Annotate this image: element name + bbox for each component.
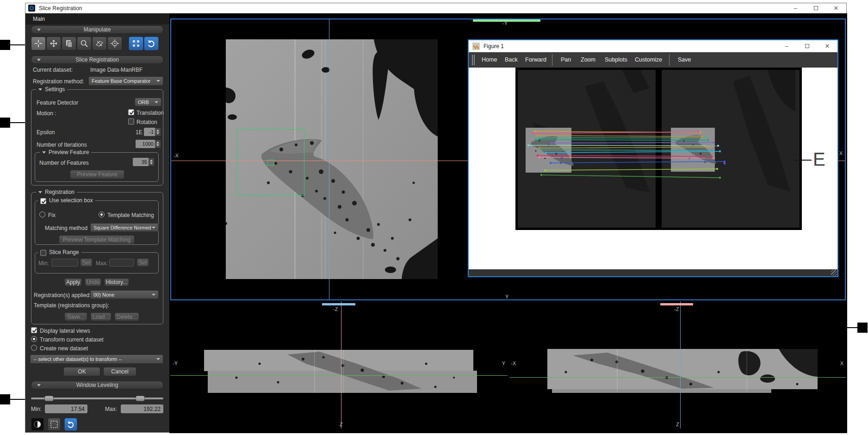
figure-canvas[interactable] [469, 68, 837, 264]
selection-box-center[interactable] [267, 160, 274, 166]
left-panel: Main Manipulate [25, 13, 169, 432]
callout-e-line [795, 160, 812, 161]
registrations-applied-select[interactable]: 00) None [90, 290, 159, 299]
spinner-arrows-icon[interactable] [155, 140, 161, 148]
iterations-spinner[interactable]: 1000 [136, 140, 161, 148]
feature-detector-select[interactable]: ORB [135, 98, 161, 106]
slice-registration-header[interactable]: Slice Registration [31, 56, 163, 64]
crosshair-tool-button[interactable] [31, 37, 46, 50]
num-features-spinner[interactable]: 35 [133, 158, 155, 166]
toolbar-drag-handle[interactable] [474, 55, 475, 65]
figure-titlebar[interactable]: Figure 1 – ✕ [469, 40, 837, 52]
window-leveling-slider[interactable] [31, 396, 163, 401]
slice-max-input[interactable] [109, 259, 134, 267]
figure-customize-button[interactable]: Customize [635, 56, 662, 63]
template-matching-label: Template Matching [107, 212, 154, 218]
invert-contrast-button[interactable] [31, 418, 44, 431]
matching-method-select[interactable]: Square Difference Normed [90, 223, 159, 232]
transform-current-radio[interactable] [31, 336, 37, 342]
axis-label: X [839, 150, 843, 156]
menu-main[interactable]: Main [25, 13, 169, 25]
figure-subplots-button[interactable]: Subplots [605, 56, 627, 63]
slice-max-set-button[interactable]: Set [136, 258, 149, 267]
figure-forward-button[interactable]: Forward [525, 56, 546, 63]
lateral-right-view[interactable]: -Z Z -X X [509, 301, 846, 429]
maximize-icon[interactable] [797, 40, 817, 52]
figure-pan-button[interactable]: Pan [561, 56, 571, 63]
fit-view-button[interactable] [129, 37, 143, 50]
history-button[interactable]: History... [104, 278, 129, 286]
wl-min-value[interactable]: 17.54 [45, 404, 87, 413]
template-matching-radio[interactable] [99, 211, 105, 218]
display-lateral-views-label: Display lateral views [40, 328, 90, 334]
callout-e-label: E [813, 150, 825, 168]
toolbar-drag-handle[interactable] [472, 55, 473, 65]
manipulate-header[interactable]: Manipulate [31, 25, 163, 34]
rotation-checkbox[interactable] [128, 118, 134, 124]
reset-leveling-button[interactable] [64, 418, 77, 431]
apply-button[interactable]: Apply [64, 278, 82, 286]
collapse-arrow-icon [38, 88, 42, 91]
collapse-arrow-icon [37, 384, 41, 386]
app-titlebar[interactable]: Slice Registration – ✕ [25, 3, 846, 13]
chevron-down-icon [156, 358, 160, 360]
maximize-icon[interactable] [806, 3, 826, 13]
figure-back-button[interactable]: Back [505, 56, 518, 63]
cancel-button[interactable]: Cancel [103, 367, 136, 376]
fix-radio[interactable] [39, 211, 45, 218]
other-dataset-select[interactable]: -- select other dataset(s) to transform … [30, 354, 163, 364]
crosshair-horizontal [170, 375, 508, 376]
min-slider-handle[interactable] [44, 396, 54, 401]
selection-window-button[interactable] [48, 418, 61, 431]
figure-home-button[interactable]: Home [482, 56, 497, 63]
chevron-down-icon [152, 227, 155, 229]
figure-callout-marker [0, 118, 10, 128]
template-load-button[interactable]: Load... [90, 312, 112, 321]
use-selection-box-checkbox[interactable] [40, 198, 46, 204]
close-icon[interactable]: ✕ [817, 40, 837, 52]
template-delete-button[interactable]: Delete... [114, 312, 139, 321]
window-leveling-header[interactable]: Window Leveling [31, 381, 163, 389]
slices-tool-button[interactable] [62, 37, 76, 50]
feature-match-plot[interactable] [515, 68, 802, 230]
epsilon-spinner[interactable]: -1 [144, 128, 161, 136]
spinner-arrows-icon[interactable] [149, 158, 155, 166]
ok-button[interactable]: OK [63, 367, 100, 376]
translation-checkbox[interactable] [128, 109, 134, 115]
wl-max-value[interactable]: 192.22 [121, 404, 163, 413]
lateral-left-view[interactable]: -Z Z -Y Y [170, 301, 508, 429]
current-dataset-value: Image Data-ManRBF [90, 67, 143, 73]
max-slider-handle[interactable] [136, 396, 145, 401]
template-save-button[interactable]: Save... [64, 312, 87, 321]
slice-min-set-button[interactable]: Set [80, 258, 93, 267]
slice-indicator-red[interactable] [660, 303, 693, 305]
slice-range-checkbox[interactable] [40, 250, 46, 256]
lateral-left-slice-image[interactable] [204, 350, 477, 393]
center-tool-button[interactable] [107, 37, 122, 50]
minimize-icon[interactable]: – [785, 3, 806, 13]
preview-feature-button[interactable]: Preview Feature [70, 170, 124, 179]
check-icon [41, 199, 47, 205]
zoom-tool-button[interactable] [77, 37, 92, 50]
close-icon[interactable]: ✕ [826, 3, 846, 13]
minimize-icon[interactable]: – [776, 40, 797, 52]
slice-indicator-blue[interactable] [322, 303, 355, 305]
registration-method-select[interactable]: Feature Base Comparator [88, 76, 163, 86]
figure-toolbar: Home Back Forward Pan Zoom Subplots Cust… [469, 52, 837, 68]
undo-button[interactable]: Undo [85, 278, 101, 286]
spinner-arrows-icon[interactable] [155, 128, 161, 136]
figure-save-button[interactable]: Save [678, 56, 691, 63]
resize-grip[interactable] [831, 270, 837, 276]
clip-plane-icon [95, 39, 104, 48]
figure-title: Figure 1 [484, 43, 504, 50]
crosshair-vertical [680, 301, 681, 429]
pan-tool-button[interactable] [46, 37, 61, 50]
create-new-dataset-radio[interactable] [31, 345, 37, 351]
reset-view-button[interactable] [144, 37, 159, 50]
display-lateral-views-checkbox[interactable] [31, 327, 37, 333]
clip-plane-tool-button[interactable] [92, 37, 107, 50]
lateral-right-slice-image[interactable] [547, 349, 818, 395]
figure-zoom-button[interactable]: Zoom [581, 56, 595, 63]
slice-min-input[interactable] [51, 259, 78, 267]
preview-template-matching-button[interactable]: Preview Template Matching [59, 235, 135, 244]
